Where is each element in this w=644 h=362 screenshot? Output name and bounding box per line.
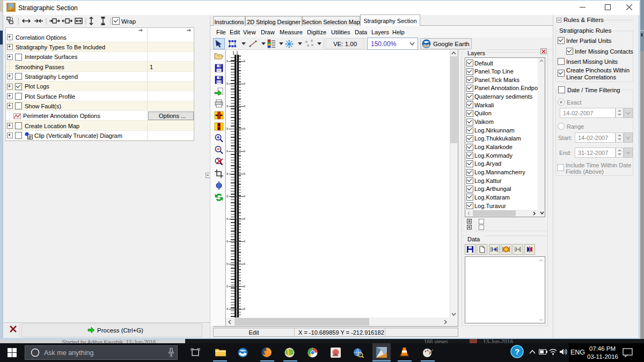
svg-text:?: ? [515,347,519,356]
